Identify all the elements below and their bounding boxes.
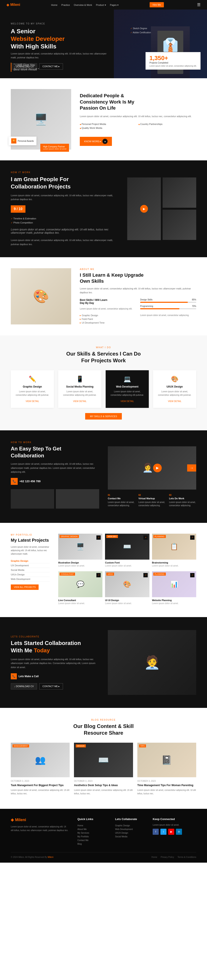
filter-item-uiux[interactable]: Ui/Ux Design [11, 572, 50, 577]
nav-overview[interactable]: Overview & Work [74, 4, 92, 6]
blog-meta-3: OCTOBER 3, 2023 [137, 780, 196, 782]
project-cat-5: Lorem ipsum dolor sit amet. [105, 602, 149, 605]
partner-badge: High Company Partner Lorem ipsum dolor s… [40, 144, 69, 152]
work-desc: Lorem ipsum dolor sit amet, consectetur … [11, 462, 99, 474]
project-arrow-6[interactable]: ↗ [190, 573, 194, 578]
service-icon-social: 📱 [62, 375, 98, 383]
work-play-button[interactable]: ▶ [153, 464, 162, 472]
service-desc-social: Lorem ipsum dolor sit amet, consectetur … [62, 390, 98, 397]
filter-item-social[interactable]: Social Media [11, 568, 50, 572]
footer-top: ◈ Mileni Lorem ipsum dolor sit amet, con… [11, 818, 196, 846]
footer-link-ui[interactable]: UI/UX Design [115, 831, 144, 835]
phone-icon: 📞 [11, 478, 18, 485]
nav-practice[interactable]: Practice [61, 4, 70, 6]
nav-pages[interactable]: Pages ▾ [110, 4, 119, 6]
service-desc-ui: Lorem ipsum dolor sit amet, consectetur … [156, 390, 193, 397]
nav-product[interactable]: Product ▾ [96, 4, 106, 6]
hire-me-button[interactable]: Hire Me [150, 2, 164, 7]
cta-desc: Lorem ipsum dolor sit amet, consectetur … [11, 657, 99, 670]
service-link-web[interactable]: VIEW DETAIL [120, 400, 134, 402]
collab-desc2: Lorem ipsum dolor sit amet, consectetur … [11, 238, 119, 246]
service-icon-web: 💻 [109, 375, 145, 383]
blog-img-icon-1: 👥 [35, 755, 46, 765]
blog-image-1: 👥 MANAGEMENT [11, 743, 70, 777]
projects-filter: Graphic Design UX Development Social Med… [11, 559, 50, 581]
work-step-title-1: Contact Me [108, 497, 135, 500]
service-desc-web: Lorem ipsum dolor sit amet, consectetur … [109, 390, 145, 397]
work-image-bg: 👩‍💼 [142, 463, 153, 473]
award-badge: 🏆 Personal Awards [9, 137, 36, 145]
youtube-button[interactable]: ▶ [168, 829, 174, 835]
about-image-wrapper: 🏆 Personal Awards High Company Partner L… [11, 89, 71, 150]
work-section: HOW TO WORK An Easy Step To Get Collabor… [0, 430, 207, 523]
twitter-button[interactable]: t [160, 829, 166, 835]
skill-bar-pct: 85% [192, 299, 196, 301]
collab-quote: Lorem ipsum dolor sit amet, consectetur … [11, 228, 119, 234]
filter-item-ux[interactable]: UX Development [11, 563, 50, 568]
work-steps: 01 Contact Me Lorem ipsum dolor sit amet… [108, 494, 196, 507]
footer-bottom-home[interactable]: Home [152, 856, 157, 858]
know-more-button[interactable]: KNOW MORE ▸ ● [80, 137, 112, 146]
linkedin-button[interactable]: in [176, 829, 182, 835]
logo-text: Mileni [10, 3, 20, 7]
skills-content: ABOUT ME I Still Learn & Keep Upgrade Ow… [80, 268, 196, 325]
contact-button[interactable]: CONTACT ME ▸ [39, 63, 63, 70]
project-arrow-1[interactable]: ↗ [96, 535, 101, 540]
service-card-ui: 🎨 UI/UX Design Lorem ipsum dolor sit ame… [153, 370, 196, 408]
service-title-graphic: Graphic Design [14, 385, 51, 388]
projects-section: MY PORTFOLIO My Latest Projects Lorem ip… [0, 523, 207, 617]
footer-link-portfolio[interactable]: My Portfolio [77, 835, 106, 838]
skills-sub-desc: Lorem ipsum dolor sit amet, consectetur … [80, 307, 136, 310]
partner-sub: Lorem ipsum dolor sit amet [43, 148, 66, 150]
footer-link-graphic[interactable]: Graphic Design [115, 824, 144, 827]
blog-tag-3: TIPS [139, 745, 146, 748]
footer-link-about[interactable]: About Me [77, 827, 106, 831]
cta-download-button[interactable]: ↓ DOWNLOAD CV [11, 683, 37, 689]
footer-connect: Keep Connected Lorem ipsum dolor sit ame… [153, 818, 196, 846]
project-arrow-5[interactable]: ↗ [144, 573, 148, 578]
blog-section: BLOG RESOURCE Our Blog Content & Skill R… [0, 708, 207, 809]
footer-col-title-quick: Quick Links [77, 818, 106, 821]
award-icon: 🏆 [11, 138, 16, 143]
work-step-2: 02 Virtual Markup Lorem ipsum dolor sit … [138, 494, 166, 507]
all-services-button[interactable]: MY SKILLS & SERVICES [85, 413, 122, 420]
nav-home[interactable]: Home [51, 4, 57, 6]
project-info-4: Live Consultant Lorem ipsum dolor sit am… [58, 597, 103, 606]
service-link-graphic[interactable]: VIEW DETAIL [26, 400, 39, 402]
collab-image-top-right [163, 177, 196, 208]
menu-icon[interactable]: ☰ [197, 2, 201, 7]
blog-header: BLOG RESOURCE Our Blog Content & Skill R… [11, 719, 196, 736]
cta-contact-button[interactable]: CONTACT ME ▸ [39, 683, 63, 689]
footer-connect-desc: Lorem ipsum dolor sit amet. [153, 824, 196, 826]
footer-link-services[interactable]: My Services [77, 831, 106, 835]
footer-bottom-terms[interactable]: Terms & Conditions [177, 856, 196, 858]
footer-link-blog[interactable]: Blog [77, 842, 106, 846]
project-arrow-3[interactable]: ↗ [190, 535, 194, 540]
footer-copyright: © 2024 Mileni. All Rights Reserved By Mi… [11, 856, 53, 858]
collab-image-main: ▶ [127, 177, 161, 240]
skill-bars: Design Skills 85% Programming 70% [140, 299, 196, 309]
project-name-6: Website Planning [152, 599, 196, 601]
footer-bottom-privacy[interactable]: Privacy Policy [161, 856, 174, 858]
footer-link-home[interactable]: Home [77, 824, 106, 827]
project-arrow-4[interactable]: ↗ [96, 573, 101, 578]
project-arrow-2[interactable]: ↗ [144, 535, 148, 540]
filter-item-web[interactable]: Web Development [11, 577, 50, 581]
footer-link-social[interactable]: Social Media [115, 835, 144, 838]
blog-post-desc-3: Lorem ipsum dolor sit amet, consectetur … [137, 789, 196, 795]
service-link-social[interactable]: VIEW DETAIL [73, 400, 87, 402]
footer-link-contact[interactable]: Contact Me [77, 838, 106, 842]
phone-number: +62 123 456 789 [19, 480, 41, 483]
footer-link-web[interactable]: Web Development [115, 827, 144, 831]
play-button[interactable]: ▶ [140, 205, 148, 213]
view-all-projects-button[interactable]: VIEW ALL PROJECTS [11, 584, 39, 590]
facebook-button[interactable]: f [153, 829, 159, 835]
filter-item-all[interactable]: Graphic Design [11, 559, 50, 563]
collaborate-icon: 📞 [11, 673, 17, 679]
project-card-5: 🎨 UI/UX ↗ UI UI Design Lorem ipsum dolor… [105, 571, 149, 606]
nav-logo[interactable]: ◈ Mileni [6, 3, 20, 7]
skill-list-item: Graphic Design [80, 313, 136, 317]
service-title-web: Web Development [109, 385, 145, 388]
award-text: Personal Awards [18, 140, 34, 142]
service-link-ui[interactable]: VIEW DETAIL [168, 400, 182, 402]
